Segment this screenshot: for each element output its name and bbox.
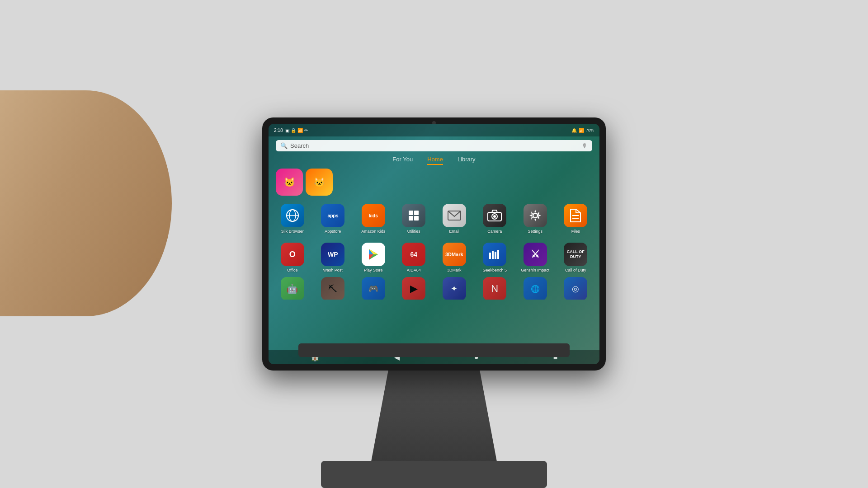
- tab-home[interactable]: Home: [427, 156, 443, 165]
- search-icon: 🔍: [280, 142, 288, 149]
- tab-for-you[interactable]: For You: [392, 156, 413, 165]
- hand: [0, 90, 172, 316]
- svg-rect-20: [495, 252, 496, 259]
- app-icon-utilities: [402, 204, 425, 227]
- app-icon-office: O: [281, 243, 304, 266]
- svg-point-11: [533, 213, 538, 218]
- search-container: 🔍 Search 🎙: [269, 136, 599, 153]
- app-appstore[interactable]: apps Appstore: [314, 201, 353, 236]
- app-icon-files: [564, 204, 587, 227]
- app-icon-3dmark: 3DMark: [443, 243, 466, 266]
- nav-tabs: For You Home Library: [269, 153, 599, 167]
- partial-app-row: 🤖 ⛏ 🎮 ▶ ✦ N 🌐 ◎: [269, 277, 599, 300]
- recent-apps-banner: 🐱 🐱: [269, 167, 599, 199]
- app-label-aida: AIDA64: [407, 268, 421, 272]
- status-bar: 2:18 ▣ 🔒 📶 ✏ 🔔 📶 78%: [269, 124, 599, 136]
- svg-rect-5: [409, 216, 413, 221]
- app-icon-cod: CALL OF DUTY: [564, 243, 587, 266]
- app-settings[interactable]: Settings: [516, 201, 555, 236]
- tablet-screen: 2:18 ▣ 🔒 📶 ✏ 🔔 📶 78% 🔍 Search 🎙 For You: [269, 124, 599, 364]
- app-icon-email: [443, 204, 466, 227]
- app-grid-row1: Silk Browser apps Appstore kids Amazon K…: [269, 199, 599, 238]
- app-office[interactable]: O Office: [273, 240, 312, 275]
- app-icon-kids: kids: [362, 204, 385, 227]
- app-camera[interactable]: Camera: [476, 201, 514, 236]
- search-input[interactable]: Search: [290, 142, 579, 149]
- app-label-files: Files: [571, 229, 580, 234]
- app-label-playstore: Play Store: [364, 268, 383, 272]
- app-icon-settings: [524, 204, 547, 227]
- status-time: 2:18: [274, 128, 283, 133]
- status-left: 2:18 ▣ 🔒 📶 ✏: [274, 128, 308, 133]
- recent-app-2[interactable]: 🐱: [306, 169, 333, 196]
- app-label-washpost: Wash Post: [323, 268, 343, 272]
- app-grid-row2: O Office WP Wash Post Play Store: [269, 238, 599, 277]
- app-icon-genshin: ⚔: [524, 243, 547, 266]
- alexa-icon: 🔔: [571, 128, 577, 133]
- svg-rect-4: [414, 211, 419, 215]
- svg-rect-18: [489, 253, 491, 259]
- partial-app-6[interactable]: N: [476, 277, 514, 300]
- mic-icon[interactable]: 🎙: [582, 142, 588, 149]
- app-label-office: Office: [287, 268, 297, 272]
- svg-rect-3: [409, 211, 413, 215]
- app-label-appstore: Appstore: [325, 229, 341, 234]
- svg-rect-6: [414, 216, 419, 221]
- battery: 78%: [586, 128, 594, 132]
- app-icon-silk: [281, 204, 304, 227]
- svg-rect-21: [497, 250, 499, 259]
- app-genshin[interactable]: ⚔ Genshin Impact: [516, 240, 555, 275]
- tablet-device: 2:18 ▣ 🔒 📶 ✏ 🔔 📶 78% 🔍 Search 🎙 For You: [262, 117, 606, 371]
- app-icon-camera: [483, 204, 506, 227]
- app-label-kids: Amazon Kids: [361, 229, 385, 234]
- partial-app-1[interactable]: 🤖: [273, 277, 312, 300]
- app-label-silk: Silk Browser: [281, 229, 304, 234]
- app-files[interactable]: Files: [557, 201, 595, 236]
- app-label-cod: Call of Duty: [565, 268, 586, 272]
- app-icon-washpost: WP: [321, 243, 344, 266]
- stand-clip: [298, 343, 570, 357]
- app-label-settings: Settings: [528, 229, 542, 234]
- partial-app-7[interactable]: 🌐: [516, 277, 555, 300]
- app-silk-browser[interactable]: Silk Browser: [273, 201, 312, 236]
- search-bar[interactable]: 🔍 Search 🎙: [276, 140, 592, 151]
- app-aida64[interactable]: 64 AIDA64: [395, 240, 434, 275]
- app-icon-appstore: apps: [321, 204, 344, 227]
- app-label-3dmark: 3DMark: [447, 268, 462, 272]
- partial-app-8[interactable]: ◎: [557, 277, 595, 300]
- svg-rect-19: [492, 251, 494, 259]
- svg-point-10: [493, 215, 496, 218]
- stand-base: [321, 461, 547, 488]
- partial-app-3[interactable]: 🎮: [354, 277, 393, 300]
- app-geekbench[interactable]: Geekbench 5: [476, 240, 514, 275]
- app-label-geekbench: Geekbench 5: [482, 268, 507, 272]
- app-email[interactable]: Email: [435, 201, 474, 236]
- app-label-utilities: Utilities: [407, 229, 420, 234]
- status-icons: ▣ 🔒 📶 ✏: [285, 128, 307, 133]
- app-cod[interactable]: CALL OF DUTY Call of Duty: [557, 240, 595, 275]
- status-right: 🔔 📶 78%: [571, 128, 594, 133]
- app-icon-playstore: [362, 243, 385, 266]
- app-washpost[interactable]: WP Wash Post: [314, 240, 353, 275]
- app-3dmark[interactable]: 3DMark 3DMark: [435, 240, 474, 275]
- app-utilities[interactable]: Utilities: [395, 201, 434, 236]
- app-icon-geekbench: [483, 243, 506, 266]
- app-playstore[interactable]: Play Store: [354, 240, 393, 275]
- app-icon-aida: 64: [402, 243, 425, 266]
- app-label-genshin: Genshin Impact: [521, 268, 549, 272]
- partial-app-5[interactable]: ✦: [435, 277, 474, 300]
- recent-app-1[interactable]: 🐱: [276, 169, 303, 196]
- partial-app-2[interactable]: ⛏: [314, 277, 353, 300]
- wifi-icon: 📶: [579, 128, 584, 133]
- app-amazon-kids[interactable]: kids Amazon Kids: [354, 201, 393, 236]
- app-label-camera: Camera: [487, 229, 502, 234]
- tab-library[interactable]: Library: [458, 156, 476, 165]
- partial-app-4[interactable]: ▶: [395, 277, 434, 300]
- app-label-email: Email: [449, 229, 459, 234]
